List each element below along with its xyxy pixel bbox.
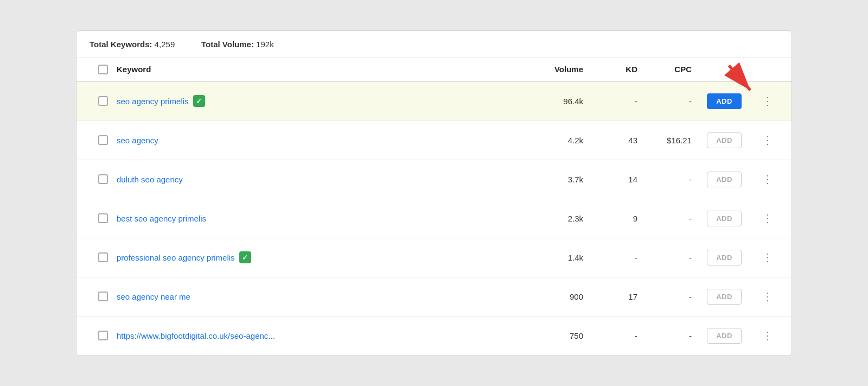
add-cell: ADD <box>692 289 757 305</box>
cpc-cell: - <box>637 175 692 184</box>
volume-cell: 2.3k <box>518 214 583 223</box>
summary-bar: Total Keywords: 4,259 Total Volume: 192k <box>76 31 792 58</box>
cpc-cell: $16.21 <box>637 136 692 145</box>
add-cell: ADD <box>692 328 757 344</box>
total-keywords-label: Total Keywords: <box>90 40 152 49</box>
table-row: best seo agency primelis 2.3k 9 - ADD ⋮ <box>76 199 792 238</box>
kd-cell: - <box>583 253 637 262</box>
keyword-cell: best seo agency primelis <box>117 214 518 223</box>
volume-cell: 750 <box>518 331 583 340</box>
row-checkbox[interactable] <box>98 213 108 223</box>
volume-cell: 3.7k <box>518 175 583 184</box>
table-header: Keyword Volume KD CPC <box>76 58 792 82</box>
more-options-button[interactable]: ⋮ <box>757 134 778 147</box>
separator <box>186 40 190 49</box>
row-checkbox[interactable] <box>98 331 108 340</box>
col-kd-header: KD <box>583 65 637 74</box>
add-cell: ADD <box>692 132 757 148</box>
add-cell: ADD <box>692 250 757 265</box>
keyword-link[interactable]: duluth seo agency <box>117 175 183 184</box>
keyword-link[interactable]: seo agency <box>117 136 158 145</box>
table-row: https://www.bigfootdigital.co.uk/seo-age… <box>76 317 792 356</box>
keyword-link[interactable]: https://www.bigfootdigital.co.uk/seo-age… <box>117 331 275 340</box>
volume-cell: 4.2k <box>518 136 583 145</box>
keyword-cell: duluth seo agency <box>117 175 518 184</box>
cpc-cell: - <box>637 97 692 106</box>
row-checkbox[interactable] <box>98 135 108 145</box>
keyword-table-container: Total Keywords: 4,259 Total Volume: 192k… <box>76 30 792 356</box>
col-cpc-header: CPC <box>637 65 692 74</box>
add-cell: ADD <box>692 172 757 187</box>
add-button[interactable]: ADD <box>707 250 742 265</box>
more-options-button[interactable]: ⋮ <box>757 251 778 264</box>
keyword-cell: professional seo agency primelis ✓ <box>117 251 518 263</box>
row-checkbox[interactable] <box>98 252 108 262</box>
cpc-cell: - <box>637 292 692 301</box>
col-keyword-header: Keyword <box>117 65 518 74</box>
green-check-icon: ✓ <box>193 95 205 107</box>
total-volume-label: Total Volume: <box>201 40 254 49</box>
kd-cell: 14 <box>583 175 637 184</box>
row-checkbox[interactable] <box>98 292 108 301</box>
add-button[interactable]: ADD <box>707 132 742 148</box>
kd-cell: - <box>583 97 637 106</box>
row-checkbox[interactable] <box>98 174 108 184</box>
volume-cell: 1.4k <box>518 253 583 262</box>
total-volume-value: 192k <box>256 40 274 49</box>
keyword-cell: seo agency <box>117 136 518 145</box>
volume-cell: 96.4k <box>518 97 583 106</box>
table-body: seo agency primelis ✓ 96.4k - - ADD ⋮ se… <box>76 82 792 356</box>
green-check-icon: ✓ <box>239 251 251 263</box>
add-button[interactable]: ADD <box>707 172 742 187</box>
cpc-cell: - <box>637 253 692 262</box>
add-button[interactable]: ADD <box>707 328 742 344</box>
total-keywords-value: 4,259 <box>155 40 175 49</box>
keyword-link[interactable]: seo agency primelis <box>117 97 189 106</box>
kd-cell: 43 <box>583 136 637 145</box>
add-button[interactable]: ADD <box>707 93 742 109</box>
header-checkbox[interactable] <box>98 65 108 74</box>
add-button[interactable]: ADD <box>707 211 742 226</box>
kd-cell: 9 <box>583 214 637 223</box>
add-button[interactable]: ADD <box>707 289 742 305</box>
add-cell: ADD <box>692 93 757 109</box>
table-row: seo agency 4.2k 43 $16.21 ADD ⋮ <box>76 121 792 160</box>
table-row: duluth seo agency 3.7k 14 - ADD ⋮ <box>76 160 792 199</box>
keyword-cell: seo agency near me <box>117 292 518 301</box>
add-cell: ADD <box>692 211 757 226</box>
volume-cell: 900 <box>518 292 583 301</box>
keyword-cell: seo agency primelis ✓ <box>117 95 518 107</box>
keyword-link[interactable]: best seo agency primelis <box>117 214 206 223</box>
kd-cell: - <box>583 331 637 340</box>
more-options-button[interactable]: ⋮ <box>757 173 778 186</box>
keyword-link[interactable]: seo agency near me <box>117 292 190 301</box>
cpc-cell: - <box>637 214 692 223</box>
table-row: professional seo agency primelis ✓ 1.4k … <box>76 238 792 277</box>
more-options-button[interactable]: ⋮ <box>757 290 778 303</box>
row-checkbox[interactable] <box>98 96 108 106</box>
kd-cell: 17 <box>583 292 637 301</box>
more-options-button[interactable]: ⋮ <box>757 212 778 225</box>
more-options-button[interactable]: ⋮ <box>757 94 778 107</box>
cpc-cell: - <box>637 331 692 340</box>
table-row: seo agency primelis ✓ 96.4k - - ADD ⋮ <box>76 82 792 121</box>
keyword-cell: https://www.bigfootdigital.co.uk/seo-age… <box>117 331 518 340</box>
col-volume-header: Volume <box>518 65 583 74</box>
table-row: seo agency near me 900 17 - ADD ⋮ <box>76 277 792 317</box>
more-options-button[interactable]: ⋮ <box>757 329 778 342</box>
keyword-link[interactable]: professional seo agency primelis <box>117 253 235 262</box>
